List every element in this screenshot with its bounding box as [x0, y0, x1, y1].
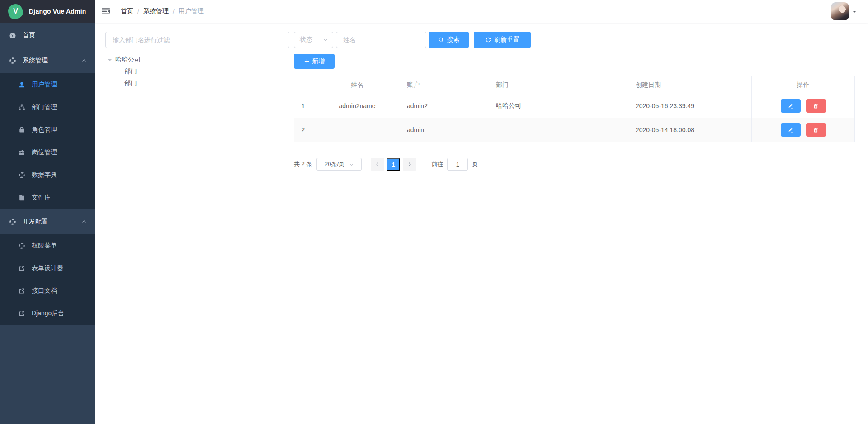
edit-icon — [788, 127, 793, 133]
cell-created: 2020-05-14 18:00:08 — [631, 118, 752, 142]
briefcase-icon — [18, 149, 25, 156]
config-icon — [9, 218, 16, 225]
sidebar-item-label: 首页 — [23, 31, 35, 39]
sidebar-item-dictionary[interactable]: 数据字典 — [0, 164, 95, 186]
tree-node-label: 哈哈公司 — [115, 56, 141, 64]
cell-created: 2020-05-16 23:39:49 — [631, 94, 752, 118]
avatar — [831, 2, 849, 20]
edit-button[interactable] — [781, 99, 801, 113]
edit-icon — [788, 103, 793, 109]
cell-name — [312, 118, 402, 142]
status-select-value: 状态 — [300, 36, 312, 44]
status-select[interactable]: 状态 — [294, 32, 333, 48]
tree-node-label: 部门二 — [124, 79, 143, 87]
delete-button[interactable] — [806, 123, 826, 137]
chevron-left-icon — [375, 162, 380, 167]
refresh-reset-button[interactable]: 刷新重置 — [474, 32, 531, 48]
trash-icon — [813, 103, 819, 109]
app-logo[interactable]: V Django Vue Admin — [0, 0, 95, 23]
cell-index: 1 — [294, 94, 312, 118]
breadcrumb-home[interactable]: 首页 — [121, 7, 133, 15]
table-header-row: 姓名 账户 部门 创建日期 操作 — [294, 76, 855, 94]
tree-node-root[interactable]: 哈哈公司 — [105, 54, 289, 66]
add-button[interactable]: 新增 — [294, 54, 335, 69]
user-dropdown[interactable] — [831, 2, 856, 20]
next-page-button[interactable] — [403, 158, 416, 171]
tree-node-child[interactable]: 部门二 — [105, 77, 289, 89]
sidebar-item-label: 数据字典 — [32, 171, 57, 179]
sidebar: V Django Vue Admin 首页 系统管理 — [0, 0, 95, 424]
cell-account: admin — [402, 118, 491, 142]
main-area: 首页 / 系统管理 / 用户管理 状态 — [95, 0, 868, 424]
dept-filter-field — [105, 32, 289, 48]
sidebar-item-departments[interactable]: 部门管理 — [0, 96, 95, 119]
sidebar-item-posts[interactable]: 岗位管理 — [0, 141, 95, 164]
sidebar-item-system[interactable]: 系统管理 — [0, 48, 95, 73]
sidebar-item-label: 部门管理 — [32, 103, 57, 111]
search-button[interactable]: 搜索 — [429, 32, 469, 48]
submenu-system: 用户管理 部门管理 角色管理 — [0, 73, 95, 209]
name-filter-field — [336, 32, 426, 48]
goto-label: 前往 — [431, 160, 443, 168]
chevron-up-icon — [81, 58, 87, 63]
name-filter-input[interactable] — [343, 36, 419, 43]
page-size-select[interactable]: 20条/页 — [316, 158, 362, 171]
chevron-up-icon — [81, 219, 87, 224]
pagination-total: 共 2 条 — [294, 160, 312, 168]
caret-down-icon — [108, 59, 112, 63]
sidebar-item-label: 开发配置 — [23, 218, 48, 226]
user-icon — [18, 81, 25, 88]
table-panel: 新增 姓名 账户 部门 — [294, 54, 854, 171]
users-table: 姓名 账户 部门 创建日期 操作 1 admin2name ad — [294, 76, 855, 142]
sidebar-item-form-designer[interactable]: 表单设计器 — [0, 257, 95, 280]
goto-page-input[interactable] — [447, 158, 468, 171]
sidebar-item-label: 用户管理 — [32, 81, 57, 89]
submenu-devconfig: 权限菜单 表单设计器 接口文档 — [0, 234, 95, 325]
sidebar-item-users[interactable]: 用户管理 — [0, 73, 95, 96]
permission-icon — [18, 242, 25, 249]
refresh-button-label: 刷新重置 — [494, 36, 519, 44]
dept-filter-input[interactable] — [113, 36, 282, 43]
cell-account: admin2 — [402, 94, 491, 118]
hamburger-icon[interactable] — [95, 0, 117, 23]
page-suffix-label: 页 — [472, 160, 478, 168]
header-dept: 部门 — [491, 76, 631, 94]
breadcrumb-system[interactable]: 系统管理 — [143, 7, 169, 15]
sidebar-item-files[interactable]: 文件库 — [0, 186, 95, 209]
sidebar-menu: 首页 系统管理 用户管理 — [0, 23, 95, 325]
cell-dept — [491, 118, 631, 142]
add-button-label: 新增 — [312, 57, 325, 66]
delete-button[interactable] — [806, 99, 826, 113]
tree-node-child[interactable]: 部门一 — [105, 66, 289, 77]
page-number-1[interactable]: 1 — [387, 158, 400, 171]
navbar: 首页 / 系统管理 / 用户管理 — [95, 0, 868, 23]
refresh-icon — [485, 37, 491, 43]
app-title: Django Vue Admin — [29, 8, 86, 15]
org-tree-icon — [18, 104, 25, 111]
sidebar-item-permission-menu[interactable]: 权限菜单 — [0, 234, 95, 257]
cell-dept: 哈哈公司 — [491, 94, 631, 118]
cell-name: admin2name — [312, 94, 402, 118]
sidebar-item-home[interactable]: 首页 — [0, 23, 95, 48]
header-actions: 操作 — [752, 76, 855, 94]
cell-actions — [752, 94, 855, 118]
sidebar-item-devconfig[interactable]: 开发配置 — [0, 209, 95, 234]
prev-page-button[interactable] — [371, 158, 384, 171]
trash-icon — [813, 127, 819, 133]
sidebar-item-label: 文件库 — [32, 194, 51, 202]
chevron-down-icon — [349, 162, 354, 167]
edit-button[interactable] — [781, 123, 801, 137]
vue-logo-icon: V — [8, 4, 23, 19]
app-root: V Django Vue Admin 首页 系统管理 — [0, 0, 868, 424]
file-icon — [18, 194, 25, 201]
dashboard-icon — [9, 32, 16, 39]
sidebar-item-api-docs[interactable]: 接口文档 — [0, 280, 95, 302]
sidebar-item-django-admin[interactable]: Django后台 — [0, 302, 95, 325]
table-row: 2 admin 2020-05-14 18:00:08 — [294, 118, 855, 142]
breadcrumb-separator: / — [137, 8, 139, 15]
plus-icon — [304, 58, 310, 64]
external-link-icon — [18, 265, 25, 272]
lock-icon — [18, 126, 25, 133]
table-row: 1 admin2name admin2 哈哈公司 2020-05-16 23:3… — [294, 94, 855, 118]
sidebar-item-roles[interactable]: 角色管理 — [0, 119, 95, 141]
